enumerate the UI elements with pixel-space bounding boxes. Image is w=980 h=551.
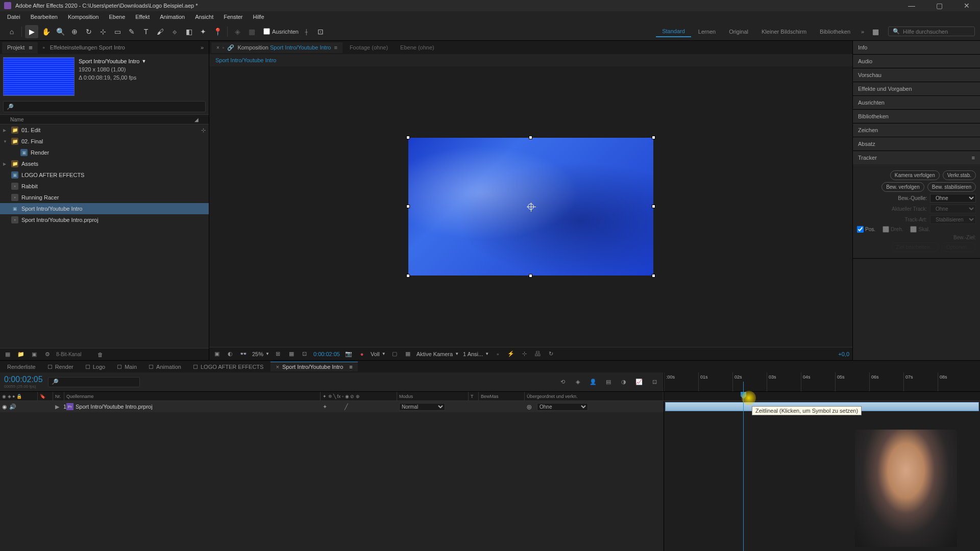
panel-bibliotheken[interactable]: Bibliotheken	[853, 110, 980, 123]
channel-icon[interactable]: ●	[357, 349, 366, 359]
timeline-tab[interactable]: Render	[43, 362, 79, 371]
source-col[interactable]: Quellenname	[64, 392, 321, 400]
reset-icon[interactable]: ↻	[546, 349, 555, 359]
parent-select[interactable]: Ohne	[537, 403, 588, 411]
text-tool[interactable]: T	[139, 25, 153, 38]
trash-icon[interactable]: 🗑	[95, 350, 105, 359]
timeline-tab[interactable]: Animation	[144, 362, 186, 371]
project-tab[interactable]: Projekt≡	[2, 42, 38, 54]
help-search[interactable]: 🔍	[888, 27, 975, 36]
bit-depth[interactable]: 8-Bit-Kanal	[56, 352, 81, 357]
orbit-tool[interactable]: ⊕	[68, 25, 81, 38]
res-icon[interactable]: ⊞	[274, 349, 283, 359]
selection-handle[interactable]	[652, 205, 655, 208]
comp-viewport[interactable]	[209, 66, 852, 347]
flowchart-icon[interactable]: 品	[533, 349, 542, 359]
comp-breadcrumb[interactable]: Sport Intro/Youtube Intro	[209, 54, 852, 66]
rectangle-tool[interactable]: ▭	[111, 25, 124, 38]
workspace-kleiner bildschirm[interactable]: Kleiner Bildschirm	[755, 27, 813, 37]
home-tool[interactable]: ⌂	[5, 25, 18, 38]
selection-handle[interactable]	[652, 274, 655, 278]
menu-ansicht[interactable]: Ansicht	[190, 13, 218, 21]
panel-ausrichten[interactable]: Ausrichten	[853, 96, 980, 110]
comp-tab[interactable]: × ▫ 🔗 Komposition Sport Intro/Youtube In…	[211, 42, 342, 53]
selection-handle[interactable]	[652, 136, 655, 139]
transparency-icon[interactable]: ▦	[403, 349, 412, 359]
roto-tool[interactable]: ✦	[197, 25, 210, 38]
trkmat-col[interactable]: BewMas	[479, 392, 525, 400]
camera-select[interactable]: Aktive Kamera ▼	[416, 351, 459, 357]
time-ruler[interactable]: :00s01s02s03s04s05s06s07s08s	[664, 372, 980, 391]
parent-col[interactable]: Übergeordnet und verkn.	[525, 392, 664, 400]
frame-blend-icon[interactable]: ▤	[603, 377, 614, 387]
close-button[interactable]: ✕	[958, 1, 976, 11]
timeline-tab[interactable]: × Sport Intro/Youtube Intro ≡	[271, 362, 357, 371]
project-item[interactable]: ▶📁01. Edit⊹	[0, 124, 209, 136]
project-item[interactable]: ▫Sport Intro/Youtube Intro.prproj	[0, 214, 209, 226]
tag-icon[interactable]: ◢	[194, 117, 199, 122]
menu-bearbeiten[interactable]: Bearbeiten	[26, 13, 63, 21]
menu-hilfe[interactable]: Hilfe	[248, 13, 270, 21]
pixel-aspect-icon[interactable]: ▫	[493, 349, 502, 359]
layer-tab[interactable]: Ebene (ohne)	[395, 42, 439, 53]
selection-handle[interactable]	[406, 274, 410, 278]
mask-icon[interactable]: ◈	[231, 25, 244, 38]
guides-icon[interactable]: ⊡	[300, 349, 309, 359]
workspace-menu-icon[interactable]: ▦	[869, 25, 882, 38]
project-items[interactable]: ▶📁01. Edit⊹▼📁02. Final▣Render▶📁Assets▣LO…	[0, 124, 209, 348]
workspace-standard[interactable]: Standard	[656, 26, 691, 37]
selection-handle[interactable]	[529, 274, 532, 278]
anchor-point[interactable]	[528, 204, 534, 210]
panel-zeichen[interactable]: Zeichen	[853, 123, 980, 137]
comp-mini-icon[interactable]: ⟲	[557, 377, 568, 387]
fast-preview-icon[interactable]: ⚡	[506, 349, 516, 359]
av-toggles[interactable]: ◉ ◈ ● 🔒	[0, 392, 38, 400]
minimize-button[interactable]: —	[902, 1, 921, 11]
eraser-tool[interactable]: ◧	[182, 25, 195, 38]
new-folder-icon[interactable]: 📁	[16, 350, 26, 359]
playhead[interactable]	[743, 382, 744, 551]
timeline-layer[interactable]: ◉🔊 ▶1 PrSport Intro/Youtube Intro.prproj…	[0, 401, 664, 412]
panel-vorschau[interactable]: Vorschau	[853, 68, 980, 82]
pen-tool[interactable]: ✎	[125, 25, 138, 38]
graph-icon[interactable]: 📈	[634, 377, 644, 387]
current-time[interactable]: 0:00:02:05	[4, 375, 43, 384]
roi-icon[interactable]: ▢	[390, 349, 399, 359]
menu-datei[interactable]: Datei	[2, 13, 26, 21]
project-item[interactable]: ▫Running Racer	[0, 192, 209, 203]
draft3d-icon[interactable]: ◈	[573, 377, 583, 387]
lock-icon[interactable]: ×	[216, 45, 219, 51]
workspace-lernen[interactable]: Lernen	[692, 27, 722, 37]
maximize-button[interactable]: ▢	[930, 1, 948, 11]
exposure-offset[interactable]: +0,0	[838, 351, 849, 357]
glasses-icon[interactable]: 👓	[239, 349, 248, 359]
selection-handle[interactable]	[406, 205, 410, 208]
adjust-icon[interactable]: ⚙	[43, 350, 52, 359]
nr-col[interactable]: Nr.	[53, 392, 64, 400]
puppet-tool[interactable]: 📍	[211, 25, 224, 38]
shy-icon[interactable]: 👤	[588, 377, 598, 387]
views-select[interactable]: 1 Ansi... ▼	[463, 351, 489, 357]
menu-ebene[interactable]: Ebene	[104, 13, 130, 21]
timeline-tab[interactable]: Renderliste	[2, 362, 41, 371]
panel-info[interactable]: Info	[853, 41, 980, 55]
panel-tracker[interactable]: Tracker≡ Kamera verfolgenVerkr.stab. Bew…	[853, 151, 980, 259]
shape-icon[interactable]: ▦	[245, 25, 258, 38]
project-item[interactable]: ▶📁Assets	[0, 158, 209, 169]
panel-effekte-und-vorgaben[interactable]: Effekte und Vorgaben	[853, 82, 980, 96]
project-item[interactable]: ▣Sport Intro/Youtube Intro	[0, 203, 209, 214]
footage-tab[interactable]: Footage (ohne)	[345, 42, 393, 53]
project-item[interactable]: ▫Rabbit	[0, 181, 209, 192]
workspace-bibliotheken[interactable]: Bibliotheken	[814, 27, 856, 37]
effect-controls-tab[interactable]: ▫Effekteinstellungen Sport Intro	[38, 42, 198, 53]
timeline-tab[interactable]: Logo	[81, 362, 110, 371]
selection-handle[interactable]	[529, 136, 532, 139]
mode-col[interactable]: Modus	[397, 392, 469, 400]
grid-icon[interactable]: ▦	[287, 349, 296, 359]
snap-icon[interactable]: ⊡	[649, 377, 659, 387]
snapshot-icon[interactable]: 📷	[344, 349, 353, 359]
project-item[interactable]: ▣Render	[0, 147, 209, 158]
panel-absatz[interactable]: Absatz	[853, 137, 980, 151]
menu-komposition[interactable]: Komposition	[63, 13, 104, 21]
interpret-icon[interactable]: ▦	[3, 350, 12, 359]
